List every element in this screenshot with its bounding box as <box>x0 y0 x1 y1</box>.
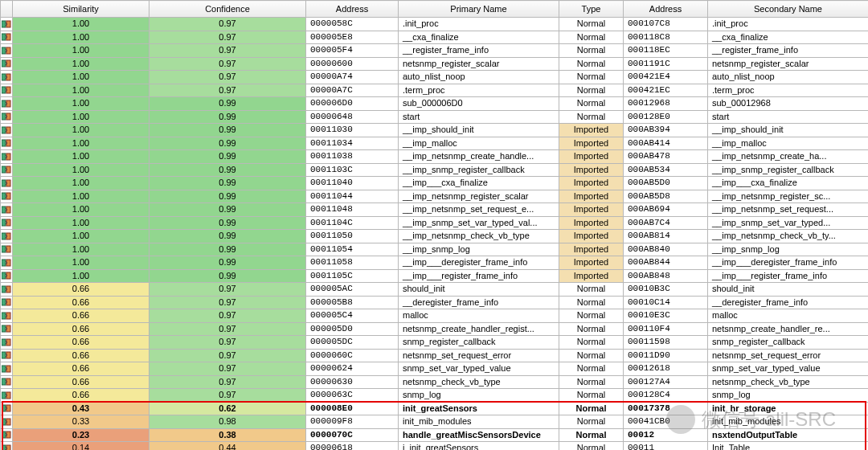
table-row[interactable]: 1.000.9700000A74auto_nlist_noopNormal000… <box>1 71 869 84</box>
table-row[interactable]: 1.000.9700000A7C.term_procNormal000421EC… <box>1 84 869 97</box>
cell-type: Normal <box>559 44 624 58</box>
header-similarity[interactable]: Similarity <box>13 1 149 18</box>
table-row[interactable]: 1.000.97000005E8__cxa_finalizeNormal0001… <box>1 31 869 44</box>
svg-rect-4 <box>2 47 6 54</box>
svg-rect-62 <box>2 432 6 438</box>
table-row[interactable]: 1.000.970000058C.init_procNormal000107C8… <box>1 18 869 31</box>
header-icon <box>1 1 13 18</box>
row-icon <box>1 322 13 336</box>
table-row[interactable]: 1.000.99000006D0sub_000006D0Normal000129… <box>1 97 869 111</box>
cell-confidence: 0.99 <box>149 163 306 177</box>
cell-type: Normal <box>559 349 624 362</box>
table-row[interactable]: 0.660.97000005B8__deregister_frame_infoN… <box>1 296 869 309</box>
cell-address1: 00000648 <box>306 110 399 124</box>
table-row[interactable]: 1.000.9900011048__imp_netsnmp_set_reques… <box>1 203 869 217</box>
cell-primary-name: auto_nlist_noop <box>399 71 559 84</box>
row-icon <box>1 150 13 164</box>
table-row[interactable]: 0.660.97000005DCsnmp_register_callbackNo… <box>1 336 869 350</box>
table-row[interactable]: 0.430.62000008E0init_greatSensorsNormal0… <box>1 402 869 415</box>
table-row[interactable]: 1.000.9900011038__imp_netsnmp_create_han… <box>1 150 869 164</box>
row-icon <box>1 177 13 190</box>
cell-similarity: 1.00 <box>13 31 149 44</box>
header-address1[interactable]: Address <box>306 1 399 18</box>
table-row[interactable]: 1.000.9700000600netsnmp_register_scalarN… <box>1 57 869 71</box>
row-icon <box>1 57 13 71</box>
cell-type: Imported <box>559 243 624 256</box>
header-confidence[interactable]: Confidence <box>149 1 306 18</box>
header-address2[interactable]: Address <box>624 1 708 18</box>
cell-address2: 0001191C <box>624 57 708 71</box>
table-row[interactable]: 1.000.990001105C__imp___register_frame_i… <box>1 269 869 283</box>
diff-table[interactable]: Similarity Confidence Address Primary Na… <box>0 0 868 450</box>
table-row[interactable]: 1.000.9900011030__imp_should_initImporte… <box>1 124 869 137</box>
cell-address2: 00011D90 <box>624 349 708 362</box>
table-row[interactable]: 0.230.380000070Chandle_greatMiscSensorsD… <box>1 428 869 442</box>
cell-address1: 000005AC <box>306 283 399 297</box>
cell-type: Imported <box>559 203 624 217</box>
table-row[interactable]: 0.660.97000005C4mallocNormal00010E3Cmall… <box>1 309 869 323</box>
svg-rect-20 <box>2 153 6 160</box>
cell-secondary-name: .term_proc <box>708 84 869 97</box>
table-row[interactable]: 1.000.9900011054__imp_snmp_logImported00… <box>1 243 869 256</box>
cell-address1: 00000618 <box>306 442 399 451</box>
cell-type: Normal <box>559 362 624 376</box>
header-secondary-name[interactable]: Secondary Name <box>708 1 869 18</box>
table-row[interactable]: 1.000.97000005F4__register_frame_infoNor… <box>1 44 869 58</box>
table-row[interactable]: 1.000.990001103C__imp_snmp_register_call… <box>1 163 869 177</box>
row-icon <box>1 203 13 217</box>
cell-type: Normal <box>559 322 624 336</box>
cell-primary-name: snmp_log <box>399 389 559 403</box>
table-row[interactable]: 1.000.9900000648startNormal000128E0start <box>1 110 869 124</box>
cell-address1: 000006D0 <box>306 97 399 111</box>
cell-similarity: 0.66 <box>13 389 149 403</box>
cell-confidence: 0.99 <box>149 124 306 137</box>
cell-address1: 0001105C <box>306 269 399 283</box>
cell-confidence: 0.44 <box>149 442 306 451</box>
cell-confidence: 0.97 <box>149 375 306 389</box>
table-row[interactable]: 0.660.97000005ACshould_initNormal00010B3… <box>1 283 869 297</box>
cell-confidence: 0.97 <box>149 362 306 376</box>
table-row[interactable]: 1.000.9900011034__imp_mallocImported000A… <box>1 137 869 150</box>
table-row[interactable]: 0.330.98000009F8init_mib_modulesNormal00… <box>1 415 869 429</box>
cell-confidence: 0.99 <box>149 216 306 230</box>
cell-type: Imported <box>559 124 624 137</box>
table-row[interactable]: 1.000.9900011050__imp_netsnmp_check_vb_t… <box>1 230 869 243</box>
cell-secondary-name: should_init <box>708 283 869 297</box>
table-row[interactable]: 1.000.9900011044__imp_netsnmp_register_s… <box>1 190 869 203</box>
table-row[interactable]: 0.660.970000063Csnmp_logNormal000128C4sn… <box>1 389 869 403</box>
cell-address2: 000128E0 <box>624 110 708 124</box>
svg-rect-6 <box>2 60 6 67</box>
cell-confidence: 0.99 <box>149 150 306 164</box>
cell-confidence: 0.99 <box>149 230 306 243</box>
cell-address1: 000005DC <box>306 336 399 350</box>
svg-rect-8 <box>2 74 6 80</box>
cell-address1: 00000624 <box>306 362 399 376</box>
cell-type: Imported <box>559 256 624 270</box>
cell-primary-name: should_init <box>399 283 559 297</box>
svg-rect-46 <box>2 325 6 332</box>
table-row[interactable]: 1.000.990001104C__imp_snmp_set_var_typed… <box>1 216 869 230</box>
row-icon <box>1 309 13 323</box>
cell-confidence: 0.38 <box>149 428 306 442</box>
table-header[interactable]: Similarity Confidence Address Primary Na… <box>1 1 869 18</box>
cell-primary-name: j_init_greatSensors <box>399 442 559 451</box>
table-row[interactable]: 0.660.9700000630netsnmp_check_vb_typeNor… <box>1 375 869 389</box>
cell-confidence: 0.97 <box>149 349 306 362</box>
cell-address1: 000005D0 <box>306 322 399 336</box>
table-row[interactable]: 1.000.9900011040__imp___cxa_finalizeImpo… <box>1 177 869 190</box>
cell-type: Normal <box>559 84 624 97</box>
cell-address1: 00011058 <box>306 256 399 270</box>
table-row[interactable]: 0.660.970000060Cnetsnmp_set_request_erro… <box>1 349 869 362</box>
table-row[interactable]: 0.140.4400000618j_init_greatSensorsNorma… <box>1 442 869 451</box>
cell-similarity: 1.00 <box>13 137 149 150</box>
table-row[interactable]: 1.000.9900011058__imp___deregister_frame… <box>1 256 869 270</box>
cell-confidence: 0.98 <box>149 415 306 429</box>
table-row[interactable]: 0.660.9700000624snmp_set_var_typed_value… <box>1 362 869 376</box>
table-row[interactable]: 0.660.97000005D0netsnmp_create_handler_r… <box>1 322 869 336</box>
header-type[interactable]: Type <box>559 1 624 18</box>
cell-similarity: 0.43 <box>13 402 149 415</box>
header-primary-name[interactable]: Primary Name <box>399 1 559 18</box>
svg-rect-52 <box>2 366 6 372</box>
cell-primary-name: netsnmp_check_vb_type <box>399 375 559 389</box>
svg-rect-26 <box>2 193 6 199</box>
